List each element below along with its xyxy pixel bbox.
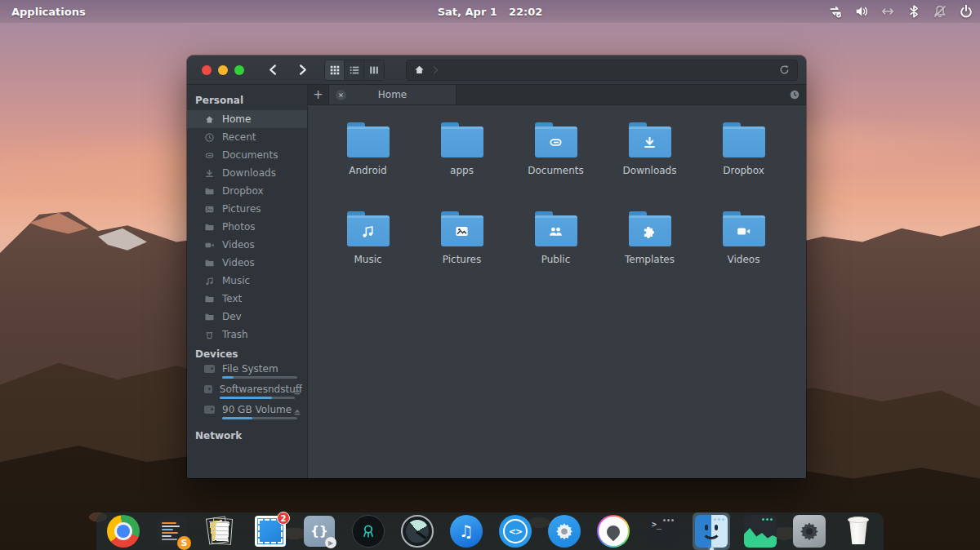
- folder-label: apps: [450, 165, 474, 176]
- sidebar-item-home[interactable]: Home: [187, 110, 307, 128]
- sidebar-device-file-system[interactable]: File System: [187, 364, 307, 384]
- sidebar-device-90gb-volume[interactable]: 90 GB Volume: [187, 405, 307, 425]
- dock-mail[interactable]: 2: [254, 515, 287, 548]
- sidebar-item-videos-2[interactable]: Videos: [187, 254, 307, 272]
- sidebar-item-label: Documents: [222, 149, 278, 161]
- folder-apps[interactable]: apps: [415, 115, 509, 204]
- network-icon[interactable]: [880, 4, 895, 19]
- sidebar-item-music[interactable]: Music: [187, 272, 307, 290]
- chrome-icon: [107, 515, 140, 548]
- sidebar-item-photos[interactable]: Photos: [187, 218, 307, 236]
- dock-documents[interactable]: [205, 515, 238, 548]
- tab-home[interactable]: Home: [329, 85, 457, 104]
- documents-icon: [205, 515, 238, 548]
- grid-view-icon: [329, 64, 341, 76]
- dock-code-editor[interactable]: {}▶: [303, 515, 336, 548]
- sublime-badge: S: [177, 536, 191, 550]
- folder-videos[interactable]: Videos: [697, 204, 791, 293]
- sidebar-item-pictures[interactable]: Pictures: [187, 200, 307, 218]
- list-view-icon: [349, 64, 360, 76]
- image-icon: [204, 204, 215, 215]
- sidebar-item-downloads[interactable]: Downloads: [187, 164, 307, 182]
- folder-android[interactable]: Android: [321, 115, 415, 204]
- dock-terminal[interactable]: >_: [646, 515, 679, 548]
- close-window-button[interactable]: [202, 65, 212, 75]
- music-app-icon: ♫: [450, 515, 483, 548]
- list-view-button[interactable]: [345, 60, 364, 80]
- applications-menu[interactable]: Applications: [0, 6, 97, 18]
- new-tab-button[interactable]: +: [308, 85, 329, 104]
- dock-code-viewer[interactable]: <>: [499, 515, 532, 548]
- usage-bar: [220, 397, 295, 399]
- top-panel: Applications Sat, Apr 1 22:02: [0, 0, 980, 23]
- sidebar-device-softwaresndstuff[interactable]: Softwaresndstuff: [187, 384, 307, 405]
- folder-documents[interactable]: Documents: [509, 115, 603, 204]
- dock-gitkraken[interactable]: [352, 515, 385, 548]
- minimize-window-button[interactable]: [218, 65, 228, 75]
- gitkraken-icon: [352, 515, 385, 548]
- clock-icon: [204, 132, 215, 143]
- dock-sublime-text[interactable]: S: [156, 515, 189, 548]
- tab-label: Home: [329, 89, 456, 100]
- folder-label: Templates: [625, 254, 675, 265]
- back-button[interactable]: [262, 60, 283, 81]
- file-grid[interactable]: Android apps Documents Downloads: [308, 105, 806, 478]
- drive-icon: [204, 406, 215, 414]
- refresh-icon[interactable]: [778, 64, 791, 76]
- sidebar-item-label: Videos: [222, 257, 255, 268]
- sidebar-item-label: Music: [222, 275, 250, 286]
- folder-pictures[interactable]: Pictures: [415, 204, 509, 293]
- folder-downloads[interactable]: Downloads: [603, 115, 697, 204]
- dock-system-settings[interactable]: [793, 515, 826, 548]
- path-bar[interactable]: [406, 60, 798, 81]
- forward-button[interactable]: [292, 60, 313, 81]
- eject-icon[interactable]: [292, 407, 302, 417]
- sidebar-item-videos[interactable]: Videos: [187, 236, 307, 254]
- titlebar[interactable]: [187, 55, 806, 85]
- dock-file-manager[interactable]: [695, 515, 728, 548]
- eject-icon[interactable]: [292, 387, 302, 397]
- grid-view-button[interactable]: [325, 60, 345, 80]
- folder-icon: [441, 211, 483, 246]
- people-icon: [548, 224, 564, 239]
- sidebar-item-text[interactable]: Text: [187, 290, 307, 308]
- folder-dropbox[interactable]: Dropbox: [697, 115, 791, 204]
- dock-settings[interactable]: [548, 515, 581, 548]
- dock-music[interactable]: ♫: [450, 515, 483, 548]
- notifications-muted-icon[interactable]: [933, 4, 947, 19]
- sidebar-item-dev[interactable]: Dev: [187, 308, 307, 326]
- dock-system-monitor[interactable]: [744, 515, 777, 548]
- mail-unread-badge: 2: [277, 512, 290, 525]
- folder-public[interactable]: Public: [509, 204, 603, 293]
- sidebar-item-documents[interactable]: Documents: [187, 146, 307, 164]
- puzzle-icon: [642, 224, 657, 239]
- software-updates-icon[interactable]: [828, 4, 843, 19]
- panel-clock[interactable]: Sat, Apr 1 22:02: [438, 6, 543, 18]
- volume-icon[interactable]: [854, 4, 869, 19]
- play-icon: ▶: [325, 537, 336, 548]
- sidebar-item-trash[interactable]: Trash: [187, 326, 307, 344]
- history-clock-icon[interactable]: [789, 89, 800, 100]
- folder-icon: [723, 211, 765, 246]
- folder-label: Public: [541, 254, 571, 265]
- folder-templates[interactable]: Templates: [603, 204, 697, 293]
- device-label: 90 GB Volume: [222, 405, 302, 415]
- sidebar-item-dropbox[interactable]: Dropbox: [187, 182, 307, 200]
- dock-color-picker[interactable]: [597, 515, 630, 548]
- folder-music[interactable]: Music: [321, 204, 415, 293]
- sidebar-item-label: Recent: [222, 131, 256, 143]
- dock-trash[interactable]: [842, 515, 875, 548]
- power-icon[interactable]: [959, 4, 973, 19]
- file-manager-window: Personal Home Recent Documents Downloads…: [187, 55, 806, 478]
- folder-icon: [723, 122, 765, 157]
- maximize-window-button[interactable]: [234, 65, 244, 75]
- dock-stacer[interactable]: [401, 515, 434, 548]
- sidebar-item-recent[interactable]: Recent: [187, 128, 307, 146]
- sidebar-item-label: Videos: [222, 239, 255, 251]
- dock-chrome[interactable]: [107, 515, 140, 548]
- folder-label: Documents: [528, 165, 583, 176]
- column-view-button[interactable]: [364, 60, 384, 80]
- home-breadcrumb-icon[interactable]: [413, 64, 425, 76]
- folder-icon: [441, 122, 483, 157]
- bluetooth-icon[interactable]: [906, 4, 921, 19]
